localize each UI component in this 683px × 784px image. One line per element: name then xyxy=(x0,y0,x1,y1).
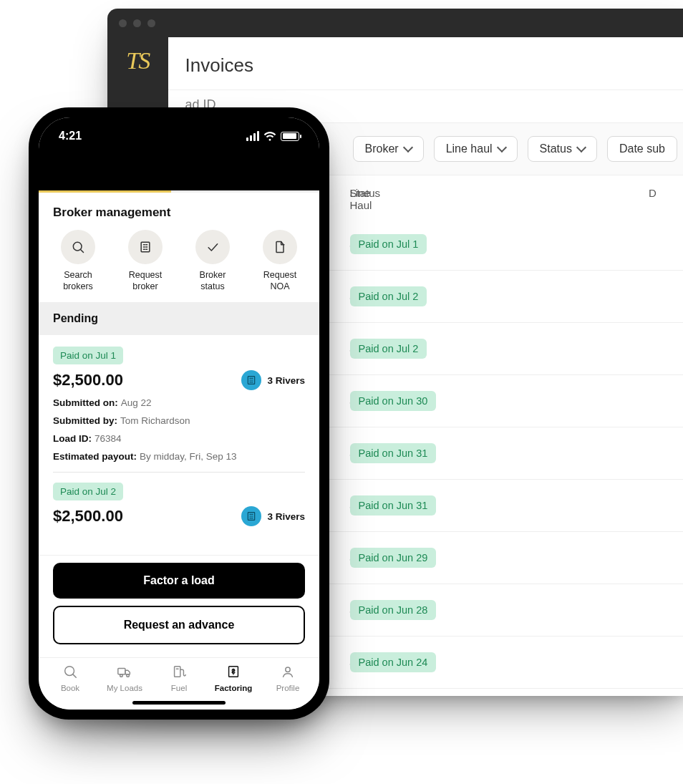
filter-date-submitted[interactable]: Date sub xyxy=(607,136,677,162)
meta-submitted-on: Submitted on:Aug 22 xyxy=(53,397,305,408)
phone-notch xyxy=(115,117,243,139)
cell-status: Paid on Jun 30 xyxy=(350,391,649,411)
broker-management-title: Broker management xyxy=(53,205,305,220)
meta-payout: Estimated payout:By midday, Fri, Sep 13 xyxy=(53,451,305,462)
phone-device: 4:21 Broker management Searchbrokers Req… xyxy=(29,107,329,720)
tab-my-loads[interactable]: My Loads xyxy=(100,664,150,692)
request-advance-button[interactable]: Request an advance xyxy=(53,606,305,644)
check-icon xyxy=(195,230,230,264)
svg-line-24 xyxy=(73,674,76,677)
tab-label: Profile xyxy=(276,684,300,692)
status-badge: Paid on Jun 31 xyxy=(350,443,437,463)
tab-fuel[interactable]: Fuel xyxy=(154,664,204,692)
search-icon xyxy=(62,664,78,681)
traffic-light-minimize[interactable] xyxy=(133,19,141,27)
status-badge: Paid on Jun 30 xyxy=(350,391,437,411)
traffic-light-close[interactable] xyxy=(119,19,127,27)
svg-point-26 xyxy=(120,674,123,677)
status-badge: Paid on Jun 29 xyxy=(350,548,437,568)
filter-broker[interactable]: Broker xyxy=(353,136,424,162)
signal-icon xyxy=(246,131,259,141)
filter-status[interactable]: Status xyxy=(528,136,597,162)
chevron-down-icon xyxy=(403,142,413,153)
tab-factoring[interactable]: Factoring xyxy=(208,664,258,692)
svg-point-27 xyxy=(127,674,130,677)
bm-item-label: Brokerstatus xyxy=(200,270,226,292)
chevron-down-icon xyxy=(576,142,586,153)
status-badge: Paid on Jul 2 xyxy=(350,339,427,359)
cell-status: Paid on Jul 1 xyxy=(350,234,649,254)
broker-name: 3 Rivers xyxy=(267,511,305,522)
card-amount: $2,500.00 xyxy=(53,507,123,526)
bm-item-label: RequestNOA xyxy=(263,270,297,292)
document-icon xyxy=(263,230,297,264)
bm-item-check[interactable]: Brokerstatus xyxy=(188,230,238,292)
status-badge: Paid on Jun 24 xyxy=(350,652,437,672)
fuel-icon xyxy=(171,664,187,681)
bm-item-label: Searchbrokers xyxy=(63,270,93,292)
dollar-icon xyxy=(226,664,241,681)
meta-submitted-by: Submitted by:Tom Richardson xyxy=(53,415,305,426)
page-title: Invoices xyxy=(168,37,683,89)
col-status: Status xyxy=(350,187,649,211)
filter-linehaul[interactable]: Line haul xyxy=(434,136,518,162)
bm-item-building[interactable]: Requestbroker xyxy=(120,230,170,292)
col-d: D xyxy=(649,187,677,211)
phone-screen: 4:21 Broker management Searchbrokers Req… xyxy=(39,117,319,710)
pending-header: Pending xyxy=(39,302,319,335)
bm-item-document[interactable]: RequestNOA xyxy=(255,230,305,292)
cell-status: Paid on Jun 29 xyxy=(350,548,649,568)
user-icon xyxy=(280,664,296,681)
card-amount: $2,500.00 xyxy=(53,371,123,389)
status-badge: Paid on Jun 28 xyxy=(350,600,437,620)
invoice-card[interactable]: Paid on Jul 2 $2,500.00 3 Rivers xyxy=(53,483,305,536)
building-icon xyxy=(128,230,163,264)
cell-status: Paid on Jun 31 xyxy=(350,495,649,516)
traffic-light-zoom[interactable] xyxy=(147,19,155,27)
brand-logo: TS xyxy=(126,47,149,74)
cell-status: Paid on Jun 28 xyxy=(350,600,649,620)
tab-profile[interactable]: Profile xyxy=(263,664,313,692)
svg-rect-2 xyxy=(141,242,150,251)
status-badge: Paid on Jul 1 xyxy=(53,347,123,364)
bm-item-label: Requestbroker xyxy=(129,270,163,292)
battery-icon xyxy=(281,132,299,141)
broker-management-section: Broker management Searchbrokers Requestb… xyxy=(39,193,319,302)
action-panel: Factor a load Request an advance xyxy=(39,555,319,657)
invoice-card[interactable]: Paid on Jul 1 $2,500.00 3 Rivers Submitt… xyxy=(53,347,305,473)
broker-name: 3 Rivers xyxy=(267,375,305,386)
active-tab-indicator xyxy=(39,190,319,193)
svg-rect-16 xyxy=(248,513,255,521)
tab-book[interactable]: Book xyxy=(45,664,95,692)
status-badge: Paid on Jun 31 xyxy=(350,495,437,516)
tab-label: My Loads xyxy=(107,684,142,692)
factor-load-button[interactable]: Factor a load xyxy=(53,563,305,599)
building-icon xyxy=(241,506,261,526)
building-icon xyxy=(241,370,261,390)
status-time: 4:21 xyxy=(59,130,82,142)
tab-bar: Book My Loads Fuel Factoring Profile xyxy=(39,657,319,695)
tab-label: Fuel xyxy=(171,684,187,692)
search-icon xyxy=(61,230,95,264)
tab-label: Book xyxy=(61,684,79,692)
svg-point-23 xyxy=(65,667,74,676)
svg-line-1 xyxy=(81,250,84,253)
cards-list: Paid on Jul 1 $2,500.00 3 Rivers Submitt… xyxy=(39,335,319,536)
wifi-icon xyxy=(263,131,276,141)
status-badge: Paid on Jul 2 xyxy=(53,483,123,500)
svg-rect-9 xyxy=(248,377,255,384)
chevron-down-icon xyxy=(497,142,507,153)
bm-item-search[interactable]: Searchbrokers xyxy=(53,230,103,292)
cell-status: Paid on Jul 2 xyxy=(350,286,649,306)
cell-status: Paid on Jul 2 xyxy=(350,339,649,359)
svg-rect-28 xyxy=(175,667,180,677)
svg-rect-25 xyxy=(118,668,125,674)
cell-status: Paid on Jun 31 xyxy=(350,443,649,463)
window-titlebar xyxy=(107,9,683,37)
app-header-black xyxy=(39,155,319,190)
cell-status: Paid on Jun 24 xyxy=(350,652,649,672)
broker-chip[interactable]: 3 Rivers xyxy=(241,506,305,526)
broker-chip[interactable]: 3 Rivers xyxy=(241,370,305,390)
truck-icon xyxy=(117,664,132,681)
status-badge: Paid on Jul 2 xyxy=(350,286,427,306)
